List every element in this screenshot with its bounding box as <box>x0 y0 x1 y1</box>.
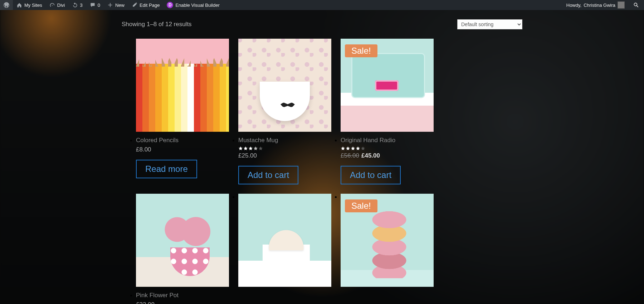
enable-visual-builder[interactable]: D Enable Visual Builder <box>163 0 223 10</box>
product-card: Pink Flower Pot£32.00Add to cart <box>136 194 229 304</box>
product-title: Colored Pencils <box>136 137 229 144</box>
star-rating <box>341 146 434 151</box>
howdy-prefix: Howdy, <box>566 3 581 8</box>
star-icon <box>346 146 350 151</box>
product-title: Pink Flower Pot <box>136 292 229 299</box>
star-icon <box>361 146 365 151</box>
star-icon <box>351 146 355 151</box>
new-price: £45.00 <box>361 152 380 159</box>
product-price: £8.00 <box>136 146 229 153</box>
ordering-form: Default sorting <box>457 19 522 29</box>
divi-icon: D <box>167 2 173 8</box>
my-sites-label: My Sites <box>24 3 42 8</box>
wp-admin-bar: My Sites Divi 3 0 New Edit Page D Enable… <box>0 0 644 10</box>
wp-logo[interactable] <box>0 0 13 10</box>
product-card: Sale!Original Hand Radio£56.00£45.00Add … <box>341 39 434 184</box>
woocommerce-shop: Showing 1–8 of 12 results Default sortin… <box>122 10 522 304</box>
old-price: £56.00 <box>341 152 359 159</box>
shop-topline: Showing 1–8 of 12 results Default sortin… <box>122 10 522 29</box>
product-price: £56.00£45.00 <box>341 152 434 159</box>
sale-badge: Sale! <box>345 199 377 212</box>
edit-page-label: Edit Page <box>140 3 160 8</box>
gauge-icon <box>49 2 55 8</box>
product-image[interactable] <box>136 39 229 132</box>
star-icon <box>248 146 253 151</box>
edit-page[interactable]: Edit Page <box>128 0 163 10</box>
product-card: Sale! <box>341 194 434 304</box>
star-icon <box>341 146 345 151</box>
refresh-icon <box>72 2 78 8</box>
add-to-cart-button[interactable]: Add to cart <box>238 166 298 184</box>
product-price: £25.00 <box>238 152 331 159</box>
star-icon <box>243 146 248 151</box>
sort-select[interactable]: Default sorting <box>457 19 522 29</box>
product-image[interactable] <box>136 194 229 287</box>
sale-badge: Sale! <box>345 44 377 57</box>
product-image[interactable] <box>238 39 331 132</box>
comment-icon <box>90 2 96 8</box>
comments-count: 0 <box>98 3 100 8</box>
product-image[interactable]: Sale! <box>341 194 434 287</box>
my-account[interactable]: Howdy, Christina Gwira <box>563 0 628 10</box>
plus-icon <box>107 2 113 8</box>
star-icon <box>238 146 243 151</box>
star-icon <box>253 146 258 151</box>
site-name-label: Divi <box>57 3 65 8</box>
product-image[interactable]: Sale! <box>341 39 434 132</box>
pencil-icon <box>132 2 137 8</box>
visual-builder-label: Enable Visual Builder <box>175 3 219 8</box>
comments[interactable]: 0 <box>86 0 104 10</box>
page-content: Showing 1–8 of 12 results Default sortin… <box>0 10 644 304</box>
my-sites[interactable]: My Sites <box>13 0 46 10</box>
new-content[interactable]: New <box>104 0 128 10</box>
new-label: New <box>115 3 125 8</box>
products-grid: Colored Pencils£8.00Read moreMustache Mu… <box>122 39 522 304</box>
search-icon <box>633 2 639 8</box>
home-icon <box>16 2 22 8</box>
product-card <box>238 194 331 304</box>
product-title: Mustache Mug <box>238 137 331 144</box>
product-price: £32.00 <box>136 301 229 304</box>
product-image[interactable] <box>238 194 331 287</box>
add-to-cart-button[interactable]: Add to cart <box>341 166 401 184</box>
star-icon <box>258 146 263 151</box>
updates-count: 3 <box>80 3 83 8</box>
product-card: Colored Pencils£8.00Read more <box>136 39 229 184</box>
user-name: Christina Gwira <box>584 3 615 8</box>
product-card: Mustache Mug£25.00Add to cart <box>238 39 331 184</box>
wordpress-icon <box>4 2 9 8</box>
result-count: Showing 1–8 of 12 results <box>122 21 192 28</box>
read-more-button[interactable]: Read more <box>136 160 197 178</box>
site-name[interactable]: Divi <box>46 0 69 10</box>
star-icon <box>356 146 360 151</box>
product-title: Original Hand Radio <box>341 137 434 144</box>
updates[interactable]: 3 <box>69 0 86 10</box>
avatar <box>618 1 625 9</box>
adminbar-search[interactable] <box>628 0 644 10</box>
star-rating <box>238 146 331 151</box>
